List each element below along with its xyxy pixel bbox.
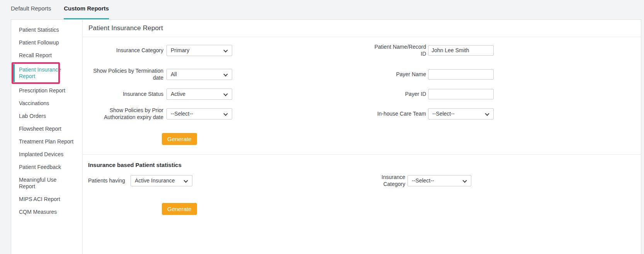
sidebar-item-label: Patient Followup (19, 39, 59, 46)
insurance-status-label: Insurance Status (88, 90, 163, 97)
report-form: Insurance Category Primary Patient Name/… (83, 37, 641, 215)
sidebar-item-treatment-plan-report[interactable]: Treatment Plan Report (11, 135, 82, 148)
sidebar-item-label: Patient Insurance Report (19, 66, 61, 79)
chevron-down-icon (184, 178, 188, 182)
prior-auth-value: --Select-- (171, 111, 193, 117)
reports-sidebar: Patient StatisticsPatient FollowupRecall… (11, 20, 83, 254)
sidebar-item-recall-report[interactable]: Recall Report (11, 49, 82, 62)
insurance-status-value: Active (171, 91, 185, 97)
sidebar-item-label: Recall Report (19, 52, 52, 58)
page-title: Patient Insurance Report (88, 24, 163, 32)
sidebar-item-patient-statistics[interactable]: Patient Statistics (11, 24, 82, 36)
chevron-down-icon (485, 111, 489, 116)
sidebar-item-mips-aci-report[interactable]: MIPS ACI Report (11, 193, 82, 206)
chevron-down-icon (462, 178, 467, 182)
patient-name-label: Patient Name/Record ID (368, 43, 426, 57)
care-team-label: In-house Care Team (368, 110, 426, 117)
insurance-category-select[interactable]: Primary (167, 45, 232, 56)
form-row: Show Policies by Termination date All Pa… (83, 67, 641, 81)
termination-date-label: Show Policies by Termination date (88, 67, 163, 81)
sidebar-item-label: MIPS ACI Report (19, 196, 60, 202)
sidebar-item-label: Patient Feedback (19, 164, 61, 170)
sidebar-item-prescription-report[interactable]: Prescription Report (11, 84, 82, 97)
chevron-down-icon (223, 48, 228, 52)
stats-insurance-category-label: Insurance Category (375, 174, 405, 188)
patient-name-input[interactable] (428, 45, 494, 56)
sidebar-item-label: Lab Orders (19, 113, 46, 119)
sidebar-item-label: Meaningful Use Report (19, 177, 56, 189)
stats-insurance-category-select[interactable]: --Select-- (408, 175, 471, 186)
sidebar-item-vaccinations[interactable]: Vaccinations (11, 97, 82, 110)
sidebar-item-flowsheet-report[interactable]: Flowsheet Report (11, 123, 82, 135)
insurance-category-label: Insurance Category (88, 47, 163, 54)
chevron-down-icon (223, 111, 228, 116)
tab-custom-reports[interactable]: Custom Reports (64, 5, 109, 19)
sidebar-item-patient-insurance-report[interactable]: Patient Insurance Report (11, 63, 65, 83)
payer-id-label: Payer ID (368, 90, 426, 97)
insurance-status-select[interactable]: Active (167, 89, 232, 100)
form-row: Insurance Status Active Payer ID (83, 88, 641, 100)
payer-name-input[interactable] (428, 69, 494, 80)
sidebar-item-patient-followup[interactable]: Patient Followup (11, 36, 82, 49)
chevron-down-icon (223, 92, 228, 96)
care-team-value: --Select-- (432, 111, 455, 117)
report-main-panel: Patient Insurance Report Insurance Categ… (83, 20, 641, 254)
form-row: Show Policies by Prior Authorization exp… (83, 107, 641, 121)
generate-stats-button[interactable]: Generate (162, 203, 197, 215)
patients-having-value: Active Insurance (135, 177, 175, 184)
reports-tab-bar: Default Reports Custom Reports (0, 0, 644, 19)
sidebar-item-patient-feedback[interactable]: Patient Feedback (11, 161, 82, 174)
patients-having-select[interactable]: Active Insurance (131, 175, 192, 186)
insurance-category-value: Primary (171, 47, 189, 53)
form-row: Insurance Category Primary Patient Name/… (83, 43, 641, 57)
sidebar-item-meaningful-use-report[interactable]: Meaningful Use Report (11, 174, 65, 193)
tab-default-reports[interactable]: Default Reports (11, 5, 51, 19)
termination-date-select[interactable]: All (167, 69, 232, 80)
sidebar-item-label: CQM Measures (19, 209, 57, 215)
stats-section-heading: Insurance based Patient statistics (88, 162, 641, 168)
sidebar-item-label: Treatment Plan Report (19, 138, 73, 145)
prior-auth-select[interactable]: --Select-- (167, 108, 232, 119)
report-header: Patient Insurance Report (83, 20, 641, 37)
chevron-down-icon (223, 72, 228, 76)
patients-having-label: Patients having (88, 177, 128, 184)
sidebar-item-lab-orders[interactable]: Lab Orders (11, 110, 82, 123)
generate-report-button[interactable]: Generate (162, 133, 197, 145)
form-row: Patients having Active Insurance Insuran… (83, 174, 641, 188)
sidebar-item-cqm-measures[interactable]: CQM Measures (11, 206, 82, 218)
reports-card: Patient StatisticsPatient FollowupRecall… (11, 19, 641, 254)
sidebar-item-implanted-devices[interactable]: Implanted Devices (11, 148, 82, 161)
stats-insurance-category-value: --Select-- (412, 177, 434, 184)
section-divider (83, 154, 641, 155)
sidebar-item-label: Flowsheet Report (19, 126, 61, 132)
termination-date-value: All (171, 71, 177, 77)
sidebar-item-label: Vaccinations (19, 100, 49, 106)
care-team-select[interactable]: --Select-- (428, 108, 494, 119)
payer-name-label: Payer Name (368, 71, 426, 78)
sidebar-item-label: Patient Statistics (19, 27, 59, 33)
sidebar-item-label: Prescription Report (19, 87, 65, 94)
prior-auth-label: Show Policies by Prior Authorization exp… (88, 107, 163, 121)
sidebar-item-label: Implanted Devices (19, 151, 63, 157)
payer-id-input[interactable] (428, 89, 494, 99)
